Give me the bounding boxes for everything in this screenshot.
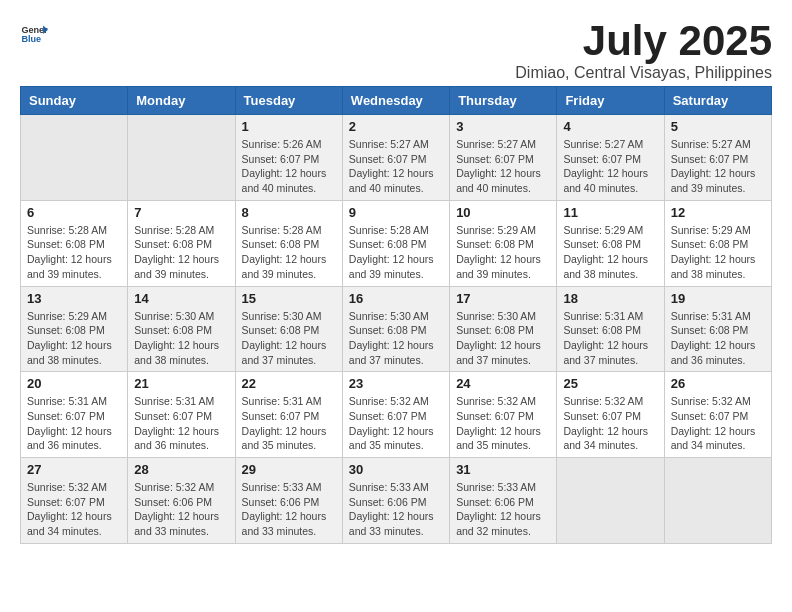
calendar-cell — [664, 458, 771, 544]
calendar-cell: 23Sunrise: 5:32 AM Sunset: 6:07 PM Dayli… — [342, 372, 449, 458]
day-number: 12 — [671, 205, 765, 220]
day-info: Sunrise: 5:30 AM Sunset: 6:08 PM Dayligh… — [456, 309, 550, 368]
calendar-cell: 27Sunrise: 5:32 AM Sunset: 6:07 PM Dayli… — [21, 458, 128, 544]
page-header: General Blue July 2025 Dimiao, Central V… — [20, 20, 772, 82]
calendar-cell: 19Sunrise: 5:31 AM Sunset: 6:08 PM Dayli… — [664, 286, 771, 372]
day-info: Sunrise: 5:31 AM Sunset: 6:08 PM Dayligh… — [671, 309, 765, 368]
day-number: 1 — [242, 119, 336, 134]
logo: General Blue — [20, 20, 48, 48]
day-info: Sunrise: 5:28 AM Sunset: 6:08 PM Dayligh… — [134, 223, 228, 282]
calendar-cell: 9Sunrise: 5:28 AM Sunset: 6:08 PM Daylig… — [342, 200, 449, 286]
calendar-cell: 30Sunrise: 5:33 AM Sunset: 6:06 PM Dayli… — [342, 458, 449, 544]
day-number: 10 — [456, 205, 550, 220]
day-info: Sunrise: 5:32 AM Sunset: 6:07 PM Dayligh… — [671, 394, 765, 453]
day-info: Sunrise: 5:32 AM Sunset: 6:07 PM Dayligh… — [27, 480, 121, 539]
calendar-cell: 17Sunrise: 5:30 AM Sunset: 6:08 PM Dayli… — [450, 286, 557, 372]
calendar-cell — [557, 458, 664, 544]
day-info: Sunrise: 5:31 AM Sunset: 6:08 PM Dayligh… — [563, 309, 657, 368]
month-title: July 2025 — [515, 20, 772, 62]
day-number: 15 — [242, 291, 336, 306]
calendar-cell: 1Sunrise: 5:26 AM Sunset: 6:07 PM Daylig… — [235, 115, 342, 201]
calendar-cell: 29Sunrise: 5:33 AM Sunset: 6:06 PM Dayli… — [235, 458, 342, 544]
day-info: Sunrise: 5:30 AM Sunset: 6:08 PM Dayligh… — [134, 309, 228, 368]
calendar-week-row: 13Sunrise: 5:29 AM Sunset: 6:08 PM Dayli… — [21, 286, 772, 372]
day-number: 25 — [563, 376, 657, 391]
calendar-cell: 28Sunrise: 5:32 AM Sunset: 6:06 PM Dayli… — [128, 458, 235, 544]
day-number: 14 — [134, 291, 228, 306]
day-header-sunday: Sunday — [21, 87, 128, 115]
calendar-cell: 10Sunrise: 5:29 AM Sunset: 6:08 PM Dayli… — [450, 200, 557, 286]
calendar-cell: 14Sunrise: 5:30 AM Sunset: 6:08 PM Dayli… — [128, 286, 235, 372]
day-header-saturday: Saturday — [664, 87, 771, 115]
calendar-cell: 8Sunrise: 5:28 AM Sunset: 6:08 PM Daylig… — [235, 200, 342, 286]
day-number: 13 — [27, 291, 121, 306]
day-info: Sunrise: 5:26 AM Sunset: 6:07 PM Dayligh… — [242, 137, 336, 196]
day-info: Sunrise: 5:33 AM Sunset: 6:06 PM Dayligh… — [456, 480, 550, 539]
day-number: 21 — [134, 376, 228, 391]
day-number: 5 — [671, 119, 765, 134]
day-info: Sunrise: 5:27 AM Sunset: 6:07 PM Dayligh… — [563, 137, 657, 196]
calendar-week-row: 1Sunrise: 5:26 AM Sunset: 6:07 PM Daylig… — [21, 115, 772, 201]
day-info: Sunrise: 5:31 AM Sunset: 6:07 PM Dayligh… — [134, 394, 228, 453]
day-info: Sunrise: 5:29 AM Sunset: 6:08 PM Dayligh… — [563, 223, 657, 282]
day-info: Sunrise: 5:28 AM Sunset: 6:08 PM Dayligh… — [242, 223, 336, 282]
day-number: 4 — [563, 119, 657, 134]
day-number: 30 — [349, 462, 443, 477]
day-number: 23 — [349, 376, 443, 391]
day-number: 20 — [27, 376, 121, 391]
calendar-cell: 15Sunrise: 5:30 AM Sunset: 6:08 PM Dayli… — [235, 286, 342, 372]
day-number: 16 — [349, 291, 443, 306]
day-number: 7 — [134, 205, 228, 220]
calendar-cell: 25Sunrise: 5:32 AM Sunset: 6:07 PM Dayli… — [557, 372, 664, 458]
calendar-cell: 18Sunrise: 5:31 AM Sunset: 6:08 PM Dayli… — [557, 286, 664, 372]
calendar-week-row: 6Sunrise: 5:28 AM Sunset: 6:08 PM Daylig… — [21, 200, 772, 286]
day-number: 17 — [456, 291, 550, 306]
calendar-cell — [128, 115, 235, 201]
day-number: 2 — [349, 119, 443, 134]
day-number: 29 — [242, 462, 336, 477]
day-number: 24 — [456, 376, 550, 391]
day-header-friday: Friday — [557, 87, 664, 115]
day-number: 22 — [242, 376, 336, 391]
calendar-cell: 11Sunrise: 5:29 AM Sunset: 6:08 PM Dayli… — [557, 200, 664, 286]
calendar-cell: 3Sunrise: 5:27 AM Sunset: 6:07 PM Daylig… — [450, 115, 557, 201]
day-number: 3 — [456, 119, 550, 134]
day-info: Sunrise: 5:31 AM Sunset: 6:07 PM Dayligh… — [27, 394, 121, 453]
calendar-cell: 16Sunrise: 5:30 AM Sunset: 6:08 PM Dayli… — [342, 286, 449, 372]
calendar-cell: 20Sunrise: 5:31 AM Sunset: 6:07 PM Dayli… — [21, 372, 128, 458]
day-info: Sunrise: 5:27 AM Sunset: 6:07 PM Dayligh… — [349, 137, 443, 196]
day-number: 8 — [242, 205, 336, 220]
day-info: Sunrise: 5:32 AM Sunset: 6:07 PM Dayligh… — [349, 394, 443, 453]
calendar-cell: 31Sunrise: 5:33 AM Sunset: 6:06 PM Dayli… — [450, 458, 557, 544]
calendar-cell: 26Sunrise: 5:32 AM Sunset: 6:07 PM Dayli… — [664, 372, 771, 458]
day-number: 11 — [563, 205, 657, 220]
calendar-cell: 5Sunrise: 5:27 AM Sunset: 6:07 PM Daylig… — [664, 115, 771, 201]
day-info: Sunrise: 5:28 AM Sunset: 6:08 PM Dayligh… — [27, 223, 121, 282]
day-info: Sunrise: 5:29 AM Sunset: 6:08 PM Dayligh… — [456, 223, 550, 282]
day-number: 19 — [671, 291, 765, 306]
day-info: Sunrise: 5:32 AM Sunset: 6:06 PM Dayligh… — [134, 480, 228, 539]
title-section: July 2025 Dimiao, Central Visayas, Phili… — [515, 20, 772, 82]
day-number: 26 — [671, 376, 765, 391]
day-info: Sunrise: 5:27 AM Sunset: 6:07 PM Dayligh… — [671, 137, 765, 196]
day-info: Sunrise: 5:31 AM Sunset: 6:07 PM Dayligh… — [242, 394, 336, 453]
location-subtitle: Dimiao, Central Visayas, Philippines — [515, 64, 772, 82]
day-info: Sunrise: 5:32 AM Sunset: 6:07 PM Dayligh… — [563, 394, 657, 453]
day-info: Sunrise: 5:32 AM Sunset: 6:07 PM Dayligh… — [456, 394, 550, 453]
day-header-monday: Monday — [128, 87, 235, 115]
calendar-week-row: 20Sunrise: 5:31 AM Sunset: 6:07 PM Dayli… — [21, 372, 772, 458]
calendar-cell: 22Sunrise: 5:31 AM Sunset: 6:07 PM Dayli… — [235, 372, 342, 458]
day-info: Sunrise: 5:33 AM Sunset: 6:06 PM Dayligh… — [242, 480, 336, 539]
calendar-cell: 7Sunrise: 5:28 AM Sunset: 6:08 PM Daylig… — [128, 200, 235, 286]
day-header-wednesday: Wednesday — [342, 87, 449, 115]
day-info: Sunrise: 5:29 AM Sunset: 6:08 PM Dayligh… — [671, 223, 765, 282]
svg-text:Blue: Blue — [21, 34, 41, 44]
calendar-cell: 24Sunrise: 5:32 AM Sunset: 6:07 PM Dayli… — [450, 372, 557, 458]
calendar-cell: 21Sunrise: 5:31 AM Sunset: 6:07 PM Dayli… — [128, 372, 235, 458]
day-info: Sunrise: 5:30 AM Sunset: 6:08 PM Dayligh… — [242, 309, 336, 368]
calendar-cell — [21, 115, 128, 201]
calendar-cell: 6Sunrise: 5:28 AM Sunset: 6:08 PM Daylig… — [21, 200, 128, 286]
day-number: 28 — [134, 462, 228, 477]
day-number: 18 — [563, 291, 657, 306]
calendar-week-row: 27Sunrise: 5:32 AM Sunset: 6:07 PM Dayli… — [21, 458, 772, 544]
